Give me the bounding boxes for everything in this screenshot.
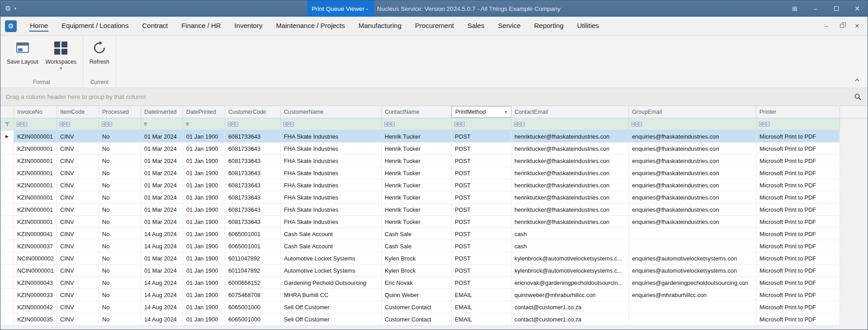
grid-row[interactable]: KZIN0000037CINVNo14 Aug 202401 Jan 19006… [0,240,840,252]
cell-groupemail[interactable]: enquiries@automotivelocketsystems.con [629,252,756,264]
cell-printer[interactable]: Microsoft Print to PDF [756,265,840,276]
column-header-dateinserted[interactable]: DateInserted [141,106,183,118]
cell-contactname[interactable]: Henrik Tucker [382,155,452,167]
cell-dateprinted[interactable]: 01 Jan 1900 [183,216,225,228]
tab-inventory[interactable]: Inventory [228,17,269,35]
cell-groupemail[interactable] [629,313,756,325]
cell-processed[interactable]: No [99,289,141,301]
cell-dateinserted[interactable]: 01 Mar 2024 [141,143,183,154]
cell-printer[interactable]: Microsoft Print to PDF [756,167,840,179]
cell-customername[interactable]: Sell Off Customer [281,301,382,313]
cell-itemcode[interactable]: CINV [57,252,99,264]
filter-cell-contactname[interactable]: abc [382,118,452,130]
tab-contract[interactable]: Contract [135,17,175,35]
cell-customercode[interactable]: 6081733643 [225,191,281,203]
cell-processed[interactable]: No [99,313,141,325]
cell-printer[interactable]: Microsoft Print to PDF [756,313,840,325]
cell-dateprinted[interactable]: 01 Jan 1900 [183,277,225,288]
cell-itemcode[interactable]: CINV [57,130,99,142]
cell-contactname[interactable]: Henrik Tucker [382,179,452,191]
cell-invoiceno[interactable]: KZIN0000037 [14,240,57,252]
grid-row[interactable]: KZIN0000033CINVNo14 Aug 202401 Jan 19006… [0,289,840,301]
cell-printer[interactable]: Microsoft Print to PDF [756,252,840,264]
cell-customercode[interactable]: 6065001000 [225,301,281,313]
cell-customercode[interactable]: 6065001001 [225,240,281,252]
cell-itemcode[interactable]: CINV [57,313,99,325]
cell-contactemail[interactable]: henriktucker@fhaskateindustries.con [511,155,629,167]
cell-invoiceno[interactable]: KZIN0000001 [14,167,57,179]
cell-dateprinted[interactable]: 01 Jan 1900 [183,167,225,179]
close-button[interactable]: ✕ [847,0,868,17]
cell-customercode[interactable]: 6000656152 [225,277,281,288]
column-header-dateprinted[interactable]: DatePrinted [183,106,225,118]
cell-dateinserted[interactable]: 14 Aug 2024 [141,228,183,240]
cell-invoiceno[interactable]: NCIN0000001 [14,265,57,276]
cell-invoiceno[interactable]: KZIN0000001 [14,216,57,228]
grid-row[interactable]: NCIN0000002CINVNo01 Mar 202401 Jan 19006… [0,252,840,265]
tab-finance-hr[interactable]: Finance / HR [175,17,228,35]
cell-contactemail[interactable]: henriktucker@fhaskateindustries.con [511,130,629,142]
cell-printmethod[interactable]: POST [452,191,511,203]
grid-row[interactable]: NCIN0000001CINVNo01 Mar 202401 Jan 19006… [0,265,840,277]
cell-itemcode[interactable]: CINV [57,240,99,252]
cell-printmethod[interactable]: POST [452,277,511,288]
cell-groupemail[interactable]: enquiries@fhaskateindustries.con [629,216,756,228]
cell-groupemail[interactable]: enquiries@fhaskateindustries.con [629,179,756,191]
filter-cell-customercode[interactable]: abc [225,118,281,130]
cell-dateinserted[interactable]: 01 Mar 2024 [141,204,183,215]
cell-dateinserted[interactable]: 01 Mar 2024 [141,216,183,228]
cell-itemcode[interactable]: CINV [57,277,99,288]
workspaces-button[interactable]: Workspaces ▾ [42,37,80,70]
cell-contactemail[interactable]: henriktucker@fhaskateindustries.con [511,204,629,215]
grid-row[interactable]: KZIN0000043CINVNo14 Aug 202401 Jan 19006… [0,277,840,289]
tab-equipment-locations[interactable]: Equipment / Locations [55,17,135,35]
cell-dateprinted[interactable]: 01 Jan 1900 [183,301,225,313]
cell-itemcode[interactable]: CINV [57,155,99,167]
cell-groupemail[interactable]: enquiries@gardeningpecholdoutsourcing.co… [629,277,756,288]
cell-contactname[interactable]: Henrik Tucker [382,191,452,203]
tab-manufacturing[interactable]: Manufacturing [352,17,408,35]
cell-printer[interactable]: Microsoft Print to PDF [756,179,840,191]
cell-printmethod[interactable]: POST [452,265,511,276]
cell-printmethod[interactable]: POST [452,216,511,228]
filter-cell-printmethod[interactable]: abc [452,118,511,130]
cell-contactemail[interactable]: contact@customer1.co.za [511,301,629,313]
tab-procurement[interactable]: Procurement [408,17,461,35]
cell-printmethod[interactable]: POST [452,167,511,179]
mdi-restore-button[interactable] [834,17,849,35]
cell-itemcode[interactable]: CINV [57,301,99,313]
grid-row[interactable]: KZIN0000001CINVNo01 Mar 202401 Jan 19006… [0,167,840,179]
cell-dateinserted[interactable]: 14 Aug 2024 [141,277,183,288]
cell-invoiceno[interactable]: KZIN0000033 [14,289,57,301]
cell-invoiceno[interactable]: KZIN0000001 [14,130,57,142]
cell-printer[interactable]: Microsoft Print to PDF [756,130,840,142]
cell-printer[interactable]: Microsoft Print to PDF [756,191,840,203]
cell-processed[interactable]: No [99,143,141,154]
cell-processed[interactable]: No [99,240,141,252]
cell-groupemail[interactable]: enquiries@mhraburhillcc.con [629,289,756,301]
mdi-close-button[interactable]: ✕ [849,17,865,35]
cell-invoiceno[interactable]: NCIN0000002 [14,252,57,264]
cell-customername[interactable]: Automotive Locket Systems [281,252,382,264]
column-header-printmethod[interactable]: PrintMethod▼ [452,106,511,118]
grid-row[interactable]: KZIN0000035CINVNo14 Aug 202401 Jan 19006… [0,313,840,325]
column-filter-caret-icon[interactable]: ▼ [501,110,508,114]
cell-contactemail[interactable]: kylenbrock@automotivelocketsystems.c... [511,265,629,276]
cell-customercode[interactable]: 6081733643 [225,155,281,167]
cell-groupemail[interactable]: enquiries@automotivelocketsystems.con [629,265,756,276]
cell-customercode[interactable]: 6081733643 [225,130,281,142]
tab-maintenance-projects[interactable]: Maintenance / Projects [269,17,352,35]
cell-dateprinted[interactable]: 01 Jan 1900 [183,228,225,240]
column-header-contactname[interactable]: ContactName [382,106,452,118]
cell-printmethod[interactable]: POST [452,179,511,191]
cell-customercode[interactable]: 6081733643 [225,143,281,154]
cell-invoiceno[interactable]: KZIN0000001 [14,179,57,191]
cell-contactname[interactable]: Customer Contact [382,301,452,313]
column-header-invoiceno[interactable]: InvoiceNo [14,106,57,118]
grid-row[interactable]: KZIN0000042CINVNo14 Aug 202401 Jan 19006… [0,301,840,313]
search-button[interactable] [851,88,864,106]
cell-groupemail[interactable]: enquiries@fhaskateindustries.con [629,191,756,203]
settings-gear-icon[interactable]: ⚙ [5,5,11,13]
filter-cell-contactemail[interactable]: abc [511,118,629,130]
cell-contactname[interactable]: Kylen Brock [382,265,452,276]
